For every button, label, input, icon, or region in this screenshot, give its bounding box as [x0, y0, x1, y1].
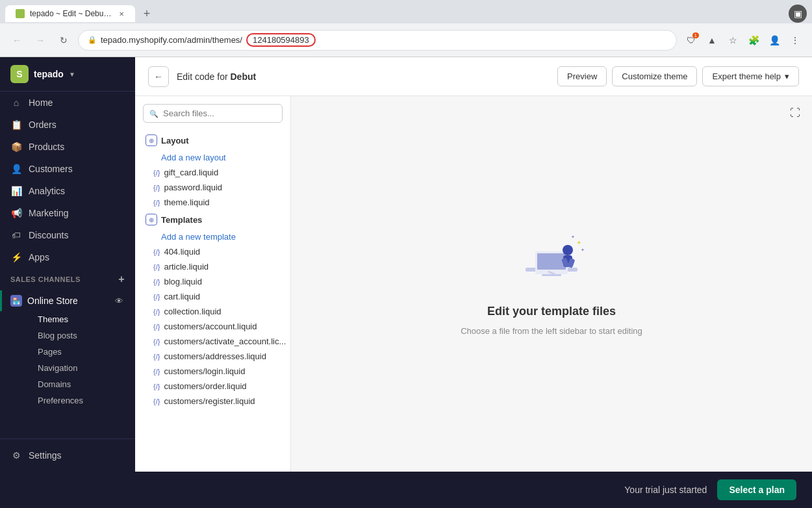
extensions-icon[interactable]: 🧩 [744, 31, 763, 49]
templates-section-header[interactable]: ⊕ Templates [135, 210, 290, 229]
sidebar-item-home[interactable]: ⌂ Home [0, 92, 135, 114]
customize-theme-button[interactable]: Customize theme [612, 66, 697, 86]
sub-nav: Themes Blog posts Pages Navigation Domai… [0, 311, 135, 409]
bottom-bar: Your trial just started Select a plan [0, 472, 812, 508]
sidebar-item-discounts-label: Discounts [29, 230, 68, 240]
orders-icon: 📋 [10, 119, 22, 131]
lock-icon: 🔒 [88, 36, 97, 44]
online-store-channel[interactable]: 🏪 Online Store 👁 [0, 290, 135, 311]
preview-button[interactable]: Preview [557, 66, 607, 86]
template-file-customers-order[interactable]: {/} customers/order.liquid [135, 379, 290, 394]
discounts-icon: 🏷 [10, 229, 22, 241]
select-plan-button[interactable]: Select a plan [717, 479, 796, 500]
file-name: password.liquid [164, 183, 222, 192]
layout-section-icon: ⊕ [146, 134, 157, 146]
main-content: ← Edit code for Debut Preview Customize … [135, 57, 812, 472]
sub-nav-item-blog-posts[interactable]: Blog posts [27, 327, 135, 344]
layout-section-label: Layout [161, 136, 189, 146]
template-file-customers-activate[interactable]: {/} customers/activate_account.lic... [135, 334, 290, 349]
template-file-article[interactable]: {/} article.liquid [135, 259, 290, 274]
reload-button[interactable]: ↻ [55, 31, 73, 49]
svg-text:✦: ✦ [581, 248, 585, 252]
menu-icon[interactable]: ⋮ [786, 31, 804, 49]
template-file-collection[interactable]: {/} collection.liquid [135, 304, 290, 319]
template-file-customers-account[interactable]: {/} customers/account.liquid [135, 319, 290, 334]
url-base: tepado.myshopify.com/admin/themes/ [101, 35, 242, 45]
template-file-customers-addresses[interactable]: {/} customers/addresses.liquid [135, 349, 290, 364]
templates-section-icon: ⊕ [146, 214, 157, 225]
svg-rect-4 [542, 274, 561, 276]
file-name: customers/order.liquid [164, 381, 246, 391]
search-files-input[interactable] [143, 104, 283, 123]
liquid-file-icon: {/} [153, 353, 160, 361]
file-name: customers/login.liquid [164, 366, 245, 376]
layout-file-theme[interactable]: {/} theme.liquid [135, 195, 290, 210]
sidebar-item-settings[interactable]: ⚙ Settings [0, 444, 135, 466]
layout-file-password[interactable]: {/} password.liquid [135, 180, 290, 195]
editor-header-left: ← Edit code for Debut [148, 66, 256, 87]
expand-button[interactable]: ⛶ [786, 104, 804, 122]
sidebar-item-customers[interactable]: 👤 Customers [0, 158, 135, 180]
sub-nav-item-themes[interactable]: Themes [27, 311, 135, 327]
forward-nav-button[interactable]: → [31, 31, 49, 49]
home-icon: ⌂ [10, 97, 22, 108]
address-bar[interactable]: 🔒 tepado.myshopify.com/admin/themes/1241… [78, 30, 677, 51]
svg-rect-2 [537, 253, 566, 270]
online-store-label: Online Store [27, 296, 78, 306]
template-file-404[interactable]: {/} 404.liquid [135, 244, 290, 259]
sidebar-item-apps[interactable]: ⚡ Apps [0, 246, 135, 268]
add-layout-link[interactable]: Add a new layout [135, 150, 290, 165]
visibility-icon[interactable]: 👁 [113, 295, 125, 307]
sidebar-item-marketing[interactable]: 📢 Marketing [0, 202, 135, 224]
sub-nav-item-navigation[interactable]: Navigation [27, 360, 135, 376]
template-file-blog[interactable]: {/} blog.liquid [135, 274, 290, 289]
customers-icon: 👤 [10, 163, 22, 175]
sales-channels-label: SALES CHANNELS [10, 275, 81, 283]
add-channel-button[interactable]: + [118, 273, 125, 285]
template-file-customers-register[interactable]: {/} customers/register.liquid [135, 394, 290, 409]
extension-icon-2[interactable]: ▲ [703, 31, 721, 49]
sub-nav-item-pages[interactable]: Pages [27, 344, 135, 360]
liquid-file-icon: {/} [153, 278, 160, 286]
extension-icon-1[interactable]: 🛡 1 [682, 31, 700, 49]
sub-nav-item-preferences[interactable]: Preferences [27, 392, 135, 409]
liquid-file-icon: {/} [153, 184, 160, 192]
sidebar-item-analytics[interactable]: 📊 Analytics [0, 180, 135, 202]
sidebar-item-orders[interactable]: 📋 Orders [0, 114, 135, 136]
back-nav-button[interactable]: ← [8, 31, 26, 49]
browser-chrome: tepado ~ Edit ~ Debut ~ Shopif... ✕ + ▣ … [0, 0, 812, 57]
sidebar-item-products[interactable]: 📦 Products [0, 136, 135, 158]
sidebar-item-customers-label: Customers [29, 164, 73, 174]
back-button[interactable]: ← [148, 66, 169, 87]
template-file-customers-login[interactable]: {/} customers/login.liquid [135, 364, 290, 379]
file-name: cart.liquid [164, 292, 200, 301]
bookmark-icon[interactable]: ☆ [724, 31, 742, 49]
liquid-file-icon: {/} [153, 308, 160, 316]
sidebar-header: S tepado ▼ [0, 57, 135, 92]
store-chevron-icon: ▼ [69, 71, 75, 78]
sub-nav-item-domains[interactable]: Domains [27, 376, 135, 392]
url-highlighted: 124180594893 [246, 33, 316, 47]
file-search-wrapper [143, 104, 283, 123]
file-search-area [135, 104, 290, 131]
template-file-cart[interactable]: {/} cart.liquid [135, 289, 290, 304]
add-template-link[interactable]: Add a new template [135, 229, 290, 244]
layout-file-gift-card[interactable]: {/} gift_card.liquid [135, 165, 290, 180]
new-tab-button[interactable]: + [138, 5, 156, 23]
sidebar-item-home-label: Home [29, 97, 53, 108]
liquid-file-icon: {/} [153, 199, 160, 207]
editor-body: ⊕ Layout Add a new layout {/} gift_card.… [135, 96, 812, 472]
profile-icon[interactable]: 👤 [765, 31, 783, 49]
layout-section-header[interactable]: ⊕ Layout [135, 131, 290, 150]
browser-toolbar: ← → ↻ 🔒 tepado.myshopify.com/admin/theme… [0, 23, 812, 57]
sidebar-item-discounts[interactable]: 🏷 Discounts [0, 224, 135, 246]
preview-illustration: ✦ ✦ ✦ [506, 232, 597, 297]
expert-theme-help-button[interactable]: Expert theme help ▾ [702, 66, 799, 86]
tab-close-button[interactable]: ✕ [118, 9, 125, 18]
sidebar-item-products-label: Products [29, 142, 64, 152]
file-tree-panel: ⊕ Layout Add a new layout {/} gift_card.… [135, 96, 291, 472]
sidebar-footer: ⚙ Settings [0, 438, 135, 472]
file-name: customers/account.liquid [164, 322, 257, 331]
app-layout: S tepado ▼ ⌂ Home 📋 Orders 📦 Products 👤 … [0, 57, 812, 472]
active-tab[interactable]: tepado ~ Edit ~ Debut ~ Shopif... ✕ [5, 5, 135, 22]
